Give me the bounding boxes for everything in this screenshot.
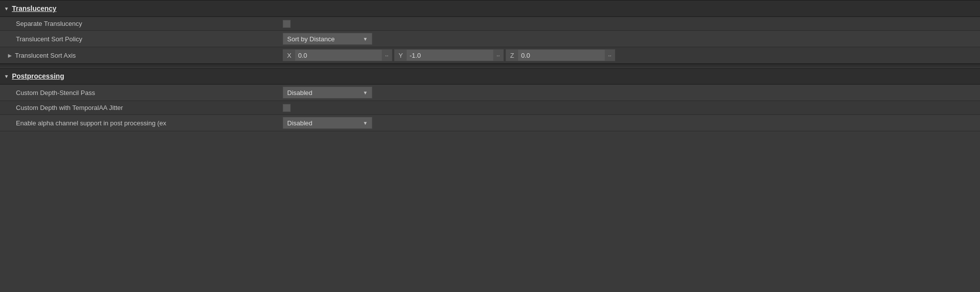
translucent-sort-axis-row: ▶ Translucent Sort Axis X 0.0 ↔ Y -1.0 ↔ xyxy=(0,47,980,64)
sort-axis-y-drag-handle[interactable]: ↔ xyxy=(493,50,503,61)
sort-axis-z-drag-handle[interactable]: ↔ xyxy=(605,50,615,61)
custom-depth-temporal-row: Custom Depth with TemporalAA Jitter xyxy=(0,101,980,115)
enable-alpha-channel-dropdown-label: Disabled xyxy=(287,119,359,127)
sort-axis-y-value[interactable]: -1.0 xyxy=(407,52,493,59)
custom-depth-stencil-row: Custom Depth-Stencil Pass Disabled ▼ xyxy=(0,85,980,101)
custom-depth-stencil-dropdown[interactable]: Disabled ▼ xyxy=(283,87,372,98)
sort-axis-x-label: X xyxy=(283,50,295,61)
translucent-sort-axis-label: ▶ Translucent Sort Axis xyxy=(0,50,279,61)
sort-axis-x-field[interactable]: X 0.0 ↔ xyxy=(283,49,392,61)
translucency-section-title: Translucency xyxy=(12,4,57,12)
sort-axis-y-label: Y xyxy=(395,50,407,61)
custom-depth-temporal-label: Custom Depth with TemporalAA Jitter xyxy=(0,102,279,113)
translucent-sort-axis-value: X 0.0 ↔ Y -1.0 ↔ Z 0.0 ↔ xyxy=(279,47,980,63)
postprocessing-section-header[interactable]: ▼ Postprocessing xyxy=(0,68,980,85)
translucent-sort-policy-label: Translucent Sort Policy xyxy=(0,33,279,45)
separate-translucency-value xyxy=(279,18,980,30)
sort-axis-z-label: Z xyxy=(506,50,518,61)
enable-alpha-channel-dropdown-arrow: ▼ xyxy=(363,120,368,126)
custom-depth-stencil-value: Disabled ▼ xyxy=(279,85,980,100)
sort-axis-y-field[interactable]: Y -1.0 ↔ xyxy=(394,49,504,61)
translucent-sort-axis-expand-icon[interactable]: ▶ xyxy=(8,53,12,58)
sort-axis-z-field[interactable]: Z 0.0 ↔ xyxy=(506,49,615,61)
enable-alpha-channel-row: Enable alpha channel support in post pro… xyxy=(0,115,980,131)
section-separator xyxy=(0,64,980,68)
separate-translucency-row: Separate Translucency xyxy=(0,17,980,31)
custom-depth-stencil-dropdown-label: Disabled xyxy=(287,89,359,97)
sort-axis-x-value[interactable]: 0.0 xyxy=(295,52,382,59)
custom-depth-stencil-dropdown-arrow: ▼ xyxy=(363,90,368,96)
settings-panel: ▼ Translucency Separate Translucency Tra… xyxy=(0,0,980,131)
translucent-sort-axis-fields: X 0.0 ↔ Y -1.0 ↔ Z 0.0 ↔ xyxy=(283,49,615,61)
sort-axis-x-drag-handle[interactable]: ↔ xyxy=(382,50,392,61)
postprocessing-section-title: Postprocessing xyxy=(12,72,64,80)
separate-translucency-checkbox[interactable] xyxy=(283,20,291,28)
postprocessing-collapse-icon[interactable]: ▼ xyxy=(4,74,9,79)
separate-translucency-label: Separate Translucency xyxy=(0,18,279,29)
enable-alpha-channel-dropdown[interactable]: Disabled ▼ xyxy=(283,117,372,129)
custom-depth-stencil-label: Custom Depth-Stencil Pass xyxy=(0,87,279,98)
enable-alpha-channel-label: Enable alpha channel support in post pro… xyxy=(0,117,279,129)
translucency-collapse-icon[interactable]: ▼ xyxy=(4,6,9,11)
translucent-sort-policy-dropdown-label: Sort by Distance xyxy=(287,35,359,43)
translucent-sort-policy-value: Sort by Distance ▼ xyxy=(279,31,980,47)
translucent-sort-policy-row: Translucent Sort Policy Sort by Distance… xyxy=(0,31,980,47)
custom-depth-temporal-checkbox[interactable] xyxy=(283,104,291,112)
custom-depth-temporal-value xyxy=(279,102,980,114)
translucent-sort-policy-dropdown[interactable]: Sort by Distance ▼ xyxy=(283,33,372,45)
enable-alpha-channel-value: Disabled ▼ xyxy=(279,115,980,131)
translucent-sort-policy-dropdown-arrow: ▼ xyxy=(363,36,368,42)
sort-axis-z-value[interactable]: 0.0 xyxy=(518,52,605,59)
translucency-section-header[interactable]: ▼ Translucency xyxy=(0,0,980,17)
